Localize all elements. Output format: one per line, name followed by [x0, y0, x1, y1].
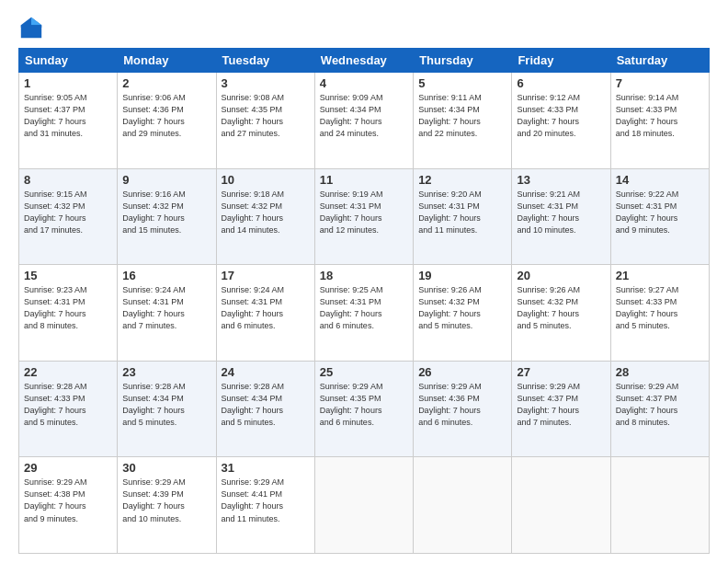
day-info: Sunrise: 9:05 AMSunset: 4:37 PMDaylight:…: [24, 93, 87, 138]
day-info: Sunrise: 9:19 AMSunset: 4:31 PMDaylight:…: [320, 190, 383, 235]
day-number: 8: [24, 173, 112, 187]
day-number: 26: [418, 365, 506, 379]
day-cell-11: 11Sunrise: 9:19 AMSunset: 4:31 PMDayligh…: [314, 168, 413, 265]
day-number: 1: [24, 76, 112, 90]
day-number: 27: [517, 365, 605, 379]
day-number: 9: [122, 173, 210, 187]
day-number: 15: [24, 269, 112, 282]
page: SundayMondayTuesdayWednesdayThursdayFrid…: [0, 0, 728, 563]
day-info: Sunrise: 9:29 AMSunset: 4:37 PMDaylight:…: [517, 382, 580, 427]
day-info: Sunrise: 9:06 AMSunset: 4:36 PMDaylight:…: [122, 93, 186, 138]
day-cell-26: 26Sunrise: 9:29 AMSunset: 4:36 PMDayligh…: [414, 361, 512, 457]
day-number: 24: [222, 365, 310, 379]
day-cell-28: 28Sunrise: 9:29 AMSunset: 4:37 PMDayligh…: [610, 361, 709, 457]
svg-rect-2: [21, 25, 41, 28]
day-info: Sunrise: 9:20 AMSunset: 4:31 PMDaylight:…: [418, 190, 482, 235]
day-cell-31: 31Sunrise: 9:29 AMSunset: 4:41 PMDayligh…: [216, 457, 314, 554]
day-info: Sunrise: 9:29 AMSunset: 4:39 PMDaylight:…: [122, 477, 186, 523]
col-header-thursday: Thursday: [414, 49, 512, 73]
day-number: 5: [418, 76, 506, 90]
day-cell-30: 30Sunrise: 9:29 AMSunset: 4:39 PMDayligh…: [118, 457, 216, 554]
day-info: Sunrise: 9:12 AMSunset: 4:33 PMDaylight:…: [517, 93, 580, 138]
day-cell-20: 20Sunrise: 9:26 AMSunset: 4:32 PMDayligh…: [512, 265, 610, 362]
day-info: Sunrise: 9:15 AMSunset: 4:32 PMDaylight:…: [24, 190, 87, 235]
day-info: Sunrise: 9:24 AMSunset: 4:31 PMDaylight:…: [122, 285, 186, 330]
day-number: 20: [517, 269, 605, 282]
day-number: 6: [517, 76, 605, 90]
day-cell-18: 18Sunrise: 9:25 AMSunset: 4:31 PMDayligh…: [314, 265, 413, 362]
day-info: Sunrise: 9:22 AMSunset: 4:31 PMDaylight:…: [616, 190, 679, 235]
day-number: 30: [122, 461, 210, 475]
day-info: Sunrise: 9:25 AMSunset: 4:31 PMDaylight:…: [320, 285, 383, 330]
day-cell-2: 2Sunrise: 9:06 AMSunset: 4:36 PMDaylight…: [118, 73, 216, 169]
calendar-header-row: SundayMondayTuesdayWednesdayThursdayFrid…: [19, 49, 710, 73]
day-info: Sunrise: 9:29 AMSunset: 4:36 PMDaylight:…: [418, 382, 482, 427]
day-cell-25: 25Sunrise: 9:29 AMSunset: 4:35 PMDayligh…: [314, 361, 413, 457]
calendar-week-row: 22Sunrise: 9:28 AMSunset: 4:33 PMDayligh…: [19, 361, 710, 457]
day-number: 16: [122, 269, 210, 282]
day-number: 12: [418, 173, 506, 187]
day-cell-17: 17Sunrise: 9:24 AMSunset: 4:31 PMDayligh…: [216, 265, 314, 362]
col-header-tuesday: Tuesday: [216, 49, 314, 73]
day-info: Sunrise: 9:26 AMSunset: 4:32 PMDaylight:…: [517, 285, 580, 330]
day-info: Sunrise: 9:29 AMSunset: 4:37 PMDaylight:…: [616, 382, 679, 427]
day-number: 3: [222, 76, 310, 90]
calendar-week-row: 29Sunrise: 9:29 AMSunset: 4:38 PMDayligh…: [19, 457, 710, 554]
day-number: 25: [320, 365, 408, 379]
day-info: Sunrise: 9:26 AMSunset: 4:32 PMDaylight:…: [418, 285, 482, 330]
day-cell-1: 1Sunrise: 9:05 AMSunset: 4:37 PMDaylight…: [19, 73, 118, 169]
day-info: Sunrise: 9:27 AMSunset: 4:33 PMDaylight:…: [616, 285, 679, 330]
calendar-week-row: 8Sunrise: 9:15 AMSunset: 4:32 PMDaylight…: [19, 168, 710, 265]
logo: [18, 15, 48, 40]
day-info: Sunrise: 9:08 AMSunset: 4:35 PMDaylight:…: [222, 93, 285, 138]
day-number: 23: [122, 365, 210, 379]
day-number: 17: [222, 269, 310, 282]
day-cell-13: 13Sunrise: 9:21 AMSunset: 4:31 PMDayligh…: [512, 168, 610, 265]
day-number: 29: [24, 461, 112, 475]
day-cell-21: 21Sunrise: 9:27 AMSunset: 4:33 PMDayligh…: [610, 265, 709, 362]
day-info: Sunrise: 9:16 AMSunset: 4:32 PMDaylight:…: [122, 190, 186, 235]
day-info: Sunrise: 9:28 AMSunset: 4:34 PMDaylight:…: [122, 382, 186, 427]
logo-icon: [18, 15, 44, 40]
header: [18, 15, 710, 40]
day-cell-24: 24Sunrise: 9:28 AMSunset: 4:34 PMDayligh…: [216, 361, 314, 457]
day-cell-29: 29Sunrise: 9:29 AMSunset: 4:38 PMDayligh…: [19, 457, 118, 554]
day-number: 11: [320, 173, 408, 187]
day-info: Sunrise: 9:28 AMSunset: 4:34 PMDaylight:…: [222, 382, 285, 427]
day-cell-7: 7Sunrise: 9:14 AMSunset: 4:33 PMDaylight…: [610, 73, 709, 169]
day-number: 31: [222, 461, 310, 475]
col-header-wednesday: Wednesday: [314, 49, 413, 73]
calendar-week-row: 1Sunrise: 9:05 AMSunset: 4:37 PMDaylight…: [19, 73, 710, 169]
empty-cell: [414, 457, 512, 554]
day-cell-5: 5Sunrise: 9:11 AMSunset: 4:34 PMDaylight…: [414, 73, 512, 169]
empty-cell: [314, 457, 413, 554]
empty-cell: [610, 457, 709, 554]
day-number: 18: [320, 269, 408, 282]
day-cell-8: 8Sunrise: 9:15 AMSunset: 4:32 PMDaylight…: [19, 168, 118, 265]
day-number: 2: [122, 76, 210, 90]
day-number: 7: [616, 76, 704, 90]
col-header-sunday: Sunday: [19, 49, 118, 73]
col-header-monday: Monday: [118, 49, 216, 73]
day-number: 19: [418, 269, 506, 282]
day-cell-27: 27Sunrise: 9:29 AMSunset: 4:37 PMDayligh…: [512, 361, 610, 457]
day-number: 28: [616, 365, 704, 379]
calendar-week-row: 15Sunrise: 9:23 AMSunset: 4:31 PMDayligh…: [19, 265, 710, 362]
day-cell-16: 16Sunrise: 9:24 AMSunset: 4:31 PMDayligh…: [118, 265, 216, 362]
day-number: 14: [616, 173, 704, 187]
empty-cell: [512, 457, 610, 554]
day-info: Sunrise: 9:21 AMSunset: 4:31 PMDaylight:…: [517, 190, 580, 235]
svg-marker-1: [31, 17, 41, 25]
day-info: Sunrise: 9:29 AMSunset: 4:38 PMDaylight:…: [24, 477, 87, 523]
day-cell-6: 6Sunrise: 9:12 AMSunset: 4:33 PMDaylight…: [512, 73, 610, 169]
col-header-friday: Friday: [512, 49, 610, 73]
day-number: 4: [320, 76, 408, 90]
day-cell-9: 9Sunrise: 9:16 AMSunset: 4:32 PMDaylight…: [118, 168, 216, 265]
day-cell-22: 22Sunrise: 9:28 AMSunset: 4:33 PMDayligh…: [19, 361, 118, 457]
day-info: Sunrise: 9:23 AMSunset: 4:31 PMDaylight:…: [24, 285, 87, 330]
calendar-table: SundayMondayTuesdayWednesdayThursdayFrid…: [18, 48, 710, 554]
day-info: Sunrise: 9:28 AMSunset: 4:33 PMDaylight:…: [24, 382, 87, 427]
day-number: 13: [517, 173, 605, 187]
day-info: Sunrise: 9:24 AMSunset: 4:31 PMDaylight:…: [222, 285, 285, 330]
day-info: Sunrise: 9:09 AMSunset: 4:34 PMDaylight:…: [320, 93, 383, 138]
